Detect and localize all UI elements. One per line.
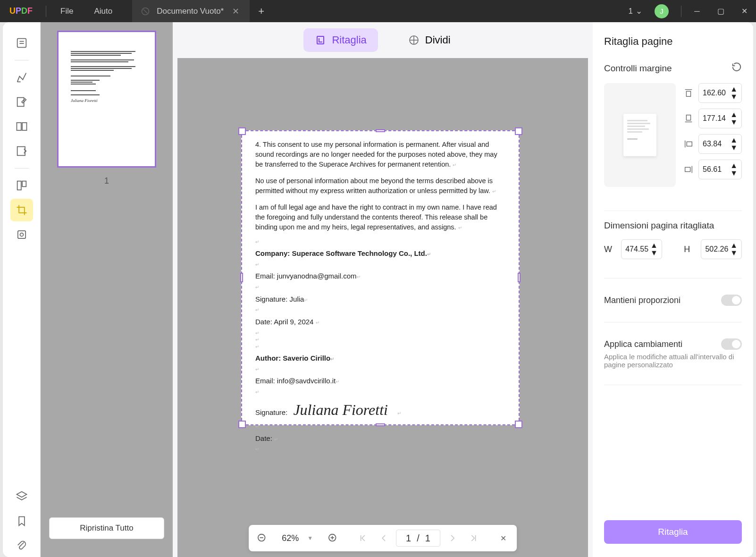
reset-all-button[interactable]: Ripristina Tutto — [49, 517, 164, 539]
first-page-button[interactable] — [354, 530, 371, 547]
close-toolbar-button[interactable]: ✕ — [495, 530, 512, 547]
svg-rect-11 — [17, 231, 25, 238]
keep-ratio-toggle[interactable] — [721, 295, 742, 306]
svg-rect-2 — [17, 39, 26, 48]
svg-rect-5 — [17, 98, 24, 107]
zoom-level[interactable]: 62%▼ — [274, 533, 320, 543]
margin-right-icon — [683, 164, 694, 175]
apply-changes-toggle[interactable] — [721, 338, 742, 350]
margin-top-input[interactable]: 162.60▲▼ — [698, 83, 742, 103]
new-tab-button[interactable]: + — [250, 5, 273, 17]
crop-handle-bl[interactable] — [238, 421, 246, 428]
zoom-in-button[interactable] — [324, 530, 341, 547]
mode-split[interactable]: Dividi — [397, 28, 462, 52]
split-icon — [408, 34, 420, 46]
margin-left-input[interactable]: 63.84▲▼ — [698, 134, 742, 154]
svg-rect-6 — [17, 123, 21, 130]
app-logo: UPDF — [0, 6, 42, 16]
last-page-button[interactable] — [465, 530, 482, 547]
close-button[interactable]: ✕ — [732, 0, 756, 22]
document-viewport[interactable]: 4. This consent to use my personal infor… — [177, 58, 588, 557]
crop-selection[interactable]: 4. This consent to use my personal infor… — [241, 130, 520, 425]
tool-highlight[interactable] — [10, 66, 33, 89]
crop-handle-br[interactable] — [515, 421, 522, 428]
svg-rect-10 — [22, 181, 26, 187]
crop-handle-bm[interactable] — [376, 423, 385, 426]
crop-icon — [315, 34, 326, 46]
divider — [681, 6, 681, 17]
menu-file[interactable]: File — [50, 7, 84, 16]
svg-rect-26 — [686, 115, 690, 120]
crop-handle-tr[interactable] — [515, 127, 522, 135]
thumbnail-panel: Juliana Fioretti 1 Ripristina Tutto — [41, 22, 173, 557]
next-page-button[interactable] — [444, 530, 461, 547]
titlebar: UPDF File Aiuto Documento Vuoto* ✕ + 1⌄ … — [0, 0, 756, 22]
tool-reader[interactable] — [10, 32, 33, 54]
divider — [46, 6, 46, 17]
chevron-down-icon: ⌄ — [636, 6, 642, 16]
reset-margins-icon[interactable] — [731, 62, 742, 75]
tool-edit[interactable] — [10, 91, 33, 113]
user-avatar[interactable]: J — [655, 4, 669, 18]
apply-changes-label: Applica cambiamenti — [604, 339, 682, 349]
margin-bottom-input[interactable]: 177.14▲▼ — [698, 109, 742, 128]
crop-handle-mr[interactable] — [518, 273, 521, 282]
svg-rect-13 — [317, 36, 324, 44]
tool-crop[interactable] — [10, 199, 33, 221]
tool-pages[interactable] — [10, 115, 33, 138]
mode-crop[interactable]: Ritaglia — [303, 28, 378, 52]
prev-page-button[interactable] — [375, 530, 392, 547]
mode-tabs: Ritaglia Dividi — [173, 22, 593, 58]
height-label: H — [684, 245, 694, 254]
size-section-header: Dimensioni pagina ritagliata — [604, 220, 742, 231]
menu-help[interactable]: Aiuto — [84, 7, 123, 16]
svg-point-12 — [20, 233, 23, 236]
tool-attachment[interactable] — [10, 534, 33, 557]
maximize-button[interactable]: ▢ — [709, 0, 732, 22]
tool-organize[interactable] — [10, 174, 33, 197]
thumbnail-number: 1 — [104, 176, 109, 186]
margin-right-input[interactable]: 56.61▲▼ — [698, 160, 742, 179]
panel-title: Ritaglia pagine — [604, 35, 742, 48]
document-content: 4. This consent to use my personal infor… — [255, 140, 505, 453]
width-input[interactable]: 474.55▲▼ — [621, 239, 662, 259]
crop-handle-tl[interactable] — [238, 127, 246, 135]
zoom-toolbar: 62%▼ 1/1 ✕ — [249, 525, 517, 551]
height-input[interactable]: 502.26▲▼ — [701, 239, 742, 259]
page-indicator[interactable]: 1⌄ — [625, 6, 646, 16]
tab-title: Documento Vuoto* — [157, 7, 224, 16]
apply-crop-button[interactable]: Ritaglia — [604, 520, 742, 544]
apply-changes-description: Applica le modifiche attuali all'interva… — [604, 353, 742, 369]
tool-bookmark[interactable] — [10, 510, 33, 532]
minimize-button[interactable]: ─ — [685, 0, 709, 22]
margin-left-icon — [683, 139, 694, 149]
margin-preview — [604, 83, 676, 187]
left-toolbar — [3, 22, 41, 557]
tool-layers[interactable] — [10, 485, 33, 508]
svg-rect-7 — [22, 123, 26, 130]
svg-line-1 — [143, 9, 147, 13]
width-label: W — [604, 245, 614, 254]
svg-rect-25 — [686, 91, 690, 96]
page-input[interactable]: 1/1 — [396, 530, 440, 547]
crop-panel: Ritaglia pagine Controlli margine 162.60… — [593, 22, 753, 557]
page-thumbnail[interactable]: Juliana Fioretti — [57, 31, 156, 168]
tab-close-icon[interactable]: ✕ — [230, 6, 241, 17]
keep-ratio-label: Mantieni proporzioni — [604, 295, 680, 305]
document-icon — [141, 7, 150, 16]
margin-top-icon — [683, 88, 694, 98]
crop-handle-tm[interactable] — [376, 129, 385, 132]
zoom-out-button[interactable] — [253, 530, 270, 547]
canvas-area: Ritaglia Dividi 4. This consent to use m… — [173, 22, 593, 557]
crop-handle-ml[interactable] — [240, 273, 243, 282]
svg-rect-9 — [17, 181, 21, 190]
svg-rect-29 — [687, 142, 692, 146]
margin-bottom-icon — [683, 113, 694, 124]
tool-form[interactable] — [10, 140, 33, 162]
svg-rect-8 — [17, 147, 25, 156]
document-tab[interactable]: Documento Vuoto* ✕ — [132, 0, 250, 22]
chevron-down-icon: ▼ — [307, 535, 313, 541]
svg-rect-30 — [685, 167, 690, 171]
margin-section-header: Controlli margine — [604, 62, 742, 75]
tool-watermark[interactable] — [10, 223, 33, 246]
